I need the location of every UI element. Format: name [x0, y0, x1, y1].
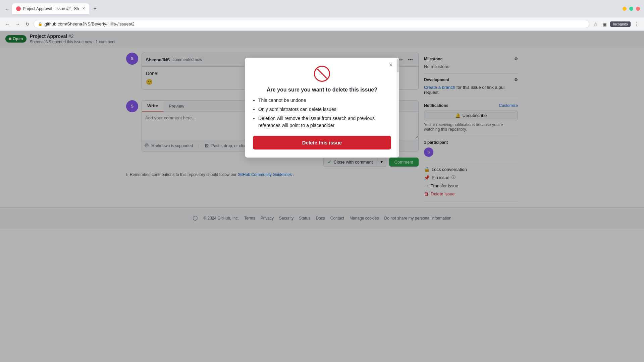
- url-text: github.com/SheenaJNS/Beverly-Hills-/issu…: [45, 21, 135, 26]
- window-minimize[interactable]: [623, 7, 627, 11]
- incognito-badge: Incognito: [610, 21, 631, 27]
- tab-close-icon[interactable]: ✕: [82, 6, 85, 11]
- forward-button[interactable]: →: [14, 20, 21, 28]
- modal-delete-button[interactable]: Delete this issue: [253, 136, 391, 149]
- no-icon: [314, 66, 330, 82]
- nav-right: ☆ ▣ Incognito ⋮: [592, 20, 640, 28]
- window-controls: [623, 7, 640, 11]
- modal-bullet-1: This cannot be undone: [258, 97, 391, 104]
- modal-bullet-2: Only administrators can delete issues: [258, 106, 391, 113]
- modal-close-button[interactable]: ×: [389, 62, 392, 69]
- active-tab[interactable]: Project Approval · Issue #2 · Sh ✕: [12, 3, 89, 14]
- tab-bar: ⌄ Project Approval · Issue #2 · Sh ✕ +: [4, 3, 99, 14]
- lock-icon: 🔒: [38, 22, 43, 26]
- new-tab-button[interactable]: +: [91, 4, 99, 13]
- address-bar[interactable]: 🔒 github.com/SheenaJNS/Beverly-Hills-/is…: [34, 20, 589, 28]
- extensions-button[interactable]: ▣: [601, 20, 608, 28]
- tab-favicon: [16, 6, 21, 11]
- delete-issue-modal: × Are you sure you want to delete this i…: [245, 58, 399, 158]
- modal-bullet-3: Deletion will remove the issue from sear…: [258, 115, 391, 129]
- window-maximize[interactable]: [629, 7, 633, 11]
- modal-title: Are you sure you want to delete this iss…: [253, 87, 391, 93]
- bookmark-button[interactable]: ☆: [592, 20, 599, 28]
- modal-bullets: This cannot be undone Only administrator…: [258, 97, 391, 129]
- modal-scrollbar: [396, 58, 399, 158]
- menu-button[interactable]: ⋮: [633, 20, 640, 28]
- modal-icon: [253, 66, 391, 83]
- refresh-button[interactable]: ↻: [24, 20, 31, 28]
- tab-group-btn[interactable]: ⌄: [4, 5, 11, 13]
- window-close[interactable]: [636, 7, 640, 11]
- back-button[interactable]: ←: [4, 20, 11, 28]
- modal-scrollbar-thumb: [397, 59, 399, 72]
- browser-chrome: ⌄ Project Approval · Issue #2 · Sh ✕ +: [0, 0, 644, 17]
- browser-nav: ← → ↻ 🔒 github.com/SheenaJNS/Beverly-Hil…: [0, 17, 644, 31]
- modal-overlay: × Are you sure you want to delete this i…: [0, 31, 644, 362]
- tab-label: Project Approval · Issue #2 · Sh: [23, 6, 79, 11]
